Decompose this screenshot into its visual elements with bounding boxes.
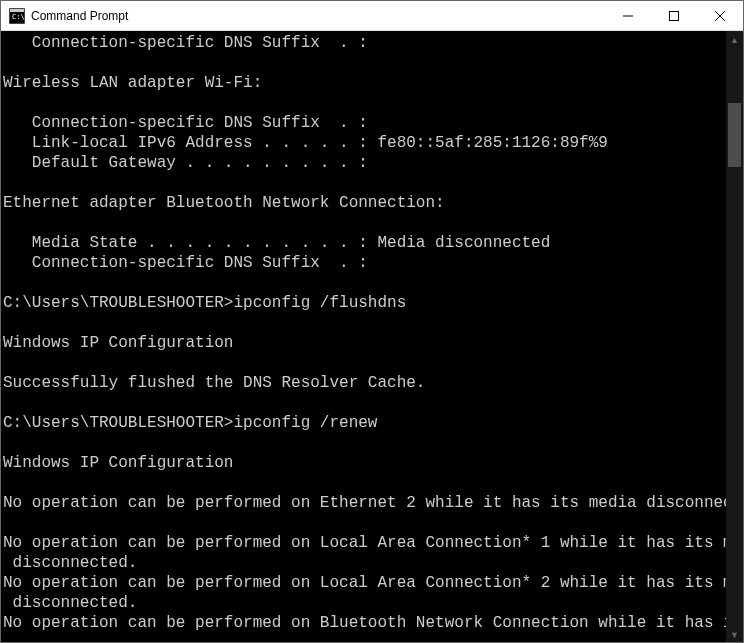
scrollbar-thumb[interactable] [728, 103, 741, 167]
close-button[interactable] [697, 1, 743, 30]
window-title: Command Prompt [31, 9, 605, 23]
svg-rect-4 [670, 11, 679, 20]
maximize-button[interactable] [651, 1, 697, 30]
window-titlebar[interactable]: C:\ Command Prompt [1, 1, 743, 31]
svg-text:C:\: C:\ [12, 13, 25, 21]
minimize-button[interactable] [605, 1, 651, 30]
scroll-up-icon[interactable]: ▲ [726, 31, 743, 48]
scroll-down-icon[interactable]: ▼ [726, 626, 743, 643]
terminal-output[interactable]: Connection-specific DNS Suffix . : Wirel… [1, 31, 726, 643]
cmd-icon: C:\ [9, 8, 25, 24]
terminal-container: Connection-specific DNS Suffix . : Wirel… [1, 31, 743, 643]
scrollbar[interactable]: ▲ ▼ [726, 31, 743, 643]
svg-rect-1 [10, 9, 24, 12]
window-controls [605, 1, 743, 30]
